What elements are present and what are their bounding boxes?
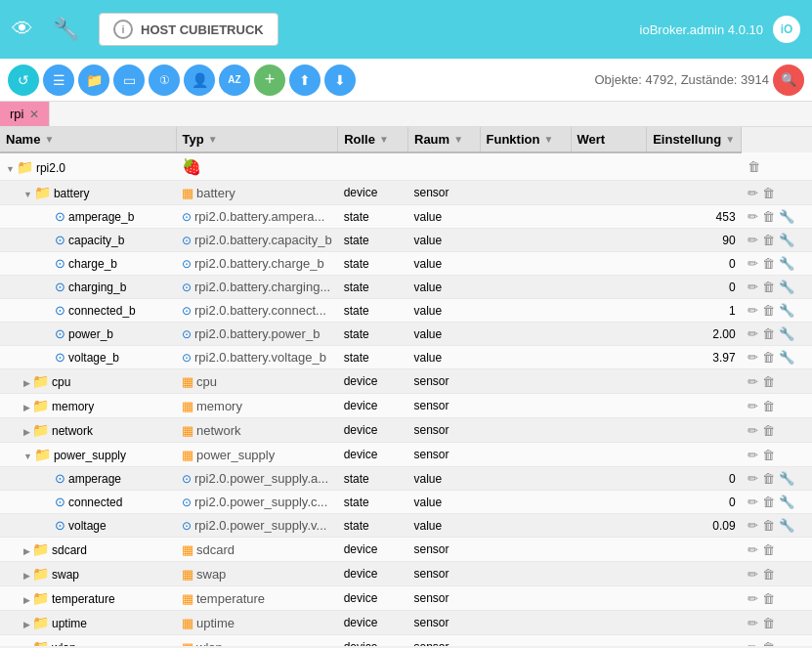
wrench-icon[interactable]: 🔧	[53, 17, 79, 42]
col-name-header[interactable]: Name▼	[0, 127, 176, 152]
delete-icon[interactable]: 🗑	[748, 159, 760, 174]
col-raum-header[interactable]: Raum▼	[408, 127, 481, 152]
einstellung-sort-icon: ▼	[725, 134, 735, 145]
row-rolle: value	[408, 276, 481, 299]
delete-icon[interactable]: 🗑	[762, 303, 775, 318]
state-type-icon: ⊙	[182, 304, 192, 318]
delete-icon[interactable]: 🗑	[762, 209, 775, 224]
delete-icon[interactable]: 🗑	[762, 399, 775, 413]
delete-icon[interactable]: 🗑	[762, 186, 775, 200]
settings-icon[interactable]: 🔧	[779, 471, 794, 486]
delete-icon[interactable]: 🗑	[762, 591, 775, 606]
delete-icon[interactable]: 🗑	[762, 518, 775, 533]
expand-icon[interactable]: ▼	[23, 190, 32, 199]
row-funktion	[571, 205, 647, 229]
edit-icon[interactable]: ✏	[748, 326, 758, 341]
col-einstellung-header[interactable]: Einstellung▼	[647, 127, 742, 152]
state-type-icon: ⊙	[182, 281, 192, 294]
edit-icon[interactable]: ✏	[748, 495, 758, 509]
expand-icon[interactable]: ▶	[23, 620, 30, 629]
settings-icon[interactable]: 🔧	[779, 256, 794, 271]
delete-icon[interactable]: 🗑	[762, 423, 775, 438]
edit-icon[interactable]: ✏	[748, 186, 758, 200]
row-name-col: ▦uptime	[176, 611, 338, 635]
expand-icon[interactable]: ▼	[6, 164, 15, 174]
expand-icon[interactable]: ▶	[23, 571, 30, 581]
settings-icon[interactable]: 🔧	[779, 495, 794, 509]
edit-icon[interactable]: ✏	[748, 591, 758, 606]
delete-icon[interactable]: 🗑	[762, 350, 775, 365]
delete-icon[interactable]: 🗑	[762, 256, 775, 271]
edit-icon[interactable]: ✏	[748, 567, 758, 582]
delete-icon[interactable]: 🗑	[762, 233, 775, 247]
badge-button[interactable]: ①	[149, 65, 180, 96]
edit-icon[interactable]: ✏	[748, 518, 758, 533]
tab-rpi[interactable]: rpi ✕	[0, 102, 50, 126]
settings-icon[interactable]: 🔧	[779, 303, 794, 318]
row-raum	[480, 346, 571, 369]
row-name: voltage_b	[68, 351, 119, 365]
settings-icon[interactable]: 🔧	[779, 280, 794, 294]
edit-icon[interactable]: ✏	[748, 616, 758, 630]
edit-icon[interactable]: ✏	[748, 280, 758, 294]
edit-icon[interactable]: ✏	[748, 542, 758, 557]
state-type-icon: ⊙	[182, 234, 192, 247]
edit-icon[interactable]: ✏	[748, 303, 758, 318]
folder-button[interactable]: 📁	[78, 65, 109, 96]
refresh-button[interactable]: ↺	[8, 65, 39, 96]
delete-icon[interactable]: 🗑	[762, 448, 775, 462]
col-typ-header[interactable]: Typ▼	[176, 127, 338, 152]
col-wert-header[interactable]: Wert	[571, 127, 647, 152]
edit-icon[interactable]: ✏	[748, 209, 758, 224]
edit-icon[interactable]: ✏	[748, 448, 758, 462]
expand-icon[interactable]: ▶	[23, 595, 30, 605]
header-logo[interactable]: iO	[773, 16, 800, 43]
edit-icon[interactable]: ✏	[748, 399, 758, 413]
delete-icon[interactable]: 🗑	[762, 280, 775, 294]
list-button[interactable]: ☰	[43, 65, 74, 96]
host-button[interactable]: i HOST CUBIETRUCK	[99, 13, 278, 46]
expand-icon[interactable]: ▶	[23, 403, 30, 412]
delete-icon[interactable]: 🗑	[762, 326, 775, 341]
settings-icon[interactable]: 🔧	[779, 350, 794, 365]
col-funktion-header[interactable]: Funktion▼	[480, 127, 571, 152]
edit-icon[interactable]: ✏	[748, 423, 758, 438]
settings-icon[interactable]: 🔧	[779, 326, 794, 341]
search-button[interactable]: 🔍	[773, 65, 804, 96]
add-button[interactable]: +	[254, 65, 285, 96]
settings-icon[interactable]: 🔧	[779, 233, 794, 247]
col-rolle-header[interactable]: Rolle▼	[338, 127, 408, 152]
delete-icon[interactable]: 🗑	[762, 542, 775, 557]
funktion-sort-icon: ▼	[543, 134, 553, 145]
edit-icon[interactable]: ✏	[748, 256, 758, 271]
expand-icon[interactable]: ▶	[23, 427, 30, 437]
expand-icon[interactable]: ▶	[23, 378, 30, 388]
row-actions: ✏🗑🔧	[742, 205, 812, 229]
download-button[interactable]: ⬇	[324, 65, 356, 96]
row-name: amperage	[68, 472, 121, 486]
edit-icon[interactable]: ✏	[748, 350, 758, 365]
edit-icon[interactable]: ✏	[748, 471, 758, 486]
upload-button[interactable]: ⬆	[289, 65, 321, 96]
delete-icon[interactable]: 🗑	[762, 471, 775, 486]
expand-icon[interactable]: ▶	[23, 546, 30, 556]
az-button[interactable]: AZ	[219, 65, 250, 96]
settings-icon[interactable]: 🔧	[779, 518, 794, 533]
edit-icon[interactable]: ✏	[748, 374, 758, 389]
window-button[interactable]: ▭	[113, 65, 145, 96]
delete-icon[interactable]: 🗑	[762, 616, 775, 630]
state-type-icon: ⊙	[182, 257, 192, 271]
expand-icon[interactable]: ▶	[23, 644, 30, 646]
settings-icon[interactable]: 🔧	[779, 209, 794, 224]
user-button[interactable]: 👤	[184, 65, 215, 96]
delete-icon[interactable]: 🗑	[762, 567, 775, 582]
delete-icon[interactable]: 🗑	[762, 374, 775, 389]
edit-icon[interactable]: ✏	[748, 233, 758, 247]
delete-icon[interactable]: 🗑	[762, 640, 775, 647]
delete-icon[interactable]: 🗑	[762, 495, 775, 509]
eye-icon[interactable]: 👁	[12, 17, 33, 42]
expand-icon[interactable]: ▼	[23, 452, 32, 461]
edit-icon[interactable]: ✏	[748, 640, 758, 647]
row-funktion	[571, 252, 647, 276]
tab-rpi-close[interactable]: ✕	[29, 108, 39, 121]
